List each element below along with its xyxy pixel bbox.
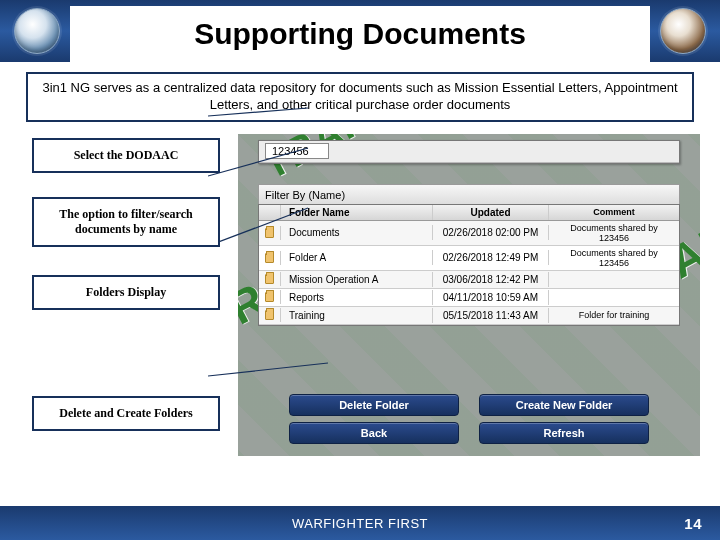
table-row[interactable]: Reports04/11/2018 10:59 AM: [259, 289, 679, 307]
callout-folders-display: Folders Display: [32, 275, 220, 310]
title-wrap: Supporting Documents: [70, 6, 650, 62]
folder-icon: [259, 290, 281, 304]
folders-table: Folder Name Updated Comment Documents02/…: [258, 204, 680, 326]
cell-updated: 03/06/2018 12:42 PM: [433, 272, 549, 287]
table-row[interactable]: Training05/15/2018 11:43 AMFolder for tr…: [259, 307, 679, 325]
page-number: 14: [684, 515, 702, 532]
filter-bar[interactable]: Filter By (Name): [258, 184, 680, 206]
col-folder-name: Folder Name: [281, 205, 433, 220]
table-row[interactable]: Documents02/26/2018 02:00 PMDocuments sh…: [259, 221, 679, 246]
folder-icon: [259, 251, 281, 265]
cell-comment: Folder for training: [549, 308, 679, 322]
cell-updated: 04/11/2018 10:59 AM: [433, 290, 549, 305]
cell-updated: 02/26/2018 12:49 PM: [433, 250, 549, 265]
description-banner: 3in1 NG serves as a centralized data rep…: [26, 72, 694, 122]
cell-comment: [549, 295, 679, 299]
folder-icon: [259, 226, 281, 240]
cell-name: Training: [281, 308, 433, 323]
col-icon: [259, 205, 281, 220]
dodaac-value[interactable]: 123456: [265, 143, 329, 159]
callouts-column: Select the DODAAC The option to filter/s…: [32, 134, 220, 456]
filter-panel: Filter By (Name): [258, 176, 680, 206]
content-area: Select the DODAAC The option to filter/s…: [0, 130, 720, 460]
cell-comment: Documents shared by 123456: [549, 221, 679, 245]
footer-text: WARFIGHTER FIRST: [292, 516, 428, 531]
delete-folder-button[interactable]: Delete Folder: [289, 394, 459, 416]
slide-header: Supporting Documents: [0, 0, 720, 62]
create-folder-button[interactable]: Create New Folder: [479, 394, 649, 416]
folder-icon: [259, 308, 281, 322]
table-header: Folder Name Updated Comment: [259, 205, 679, 221]
dod-seal-left: [14, 8, 60, 54]
refresh-button[interactable]: Refresh: [479, 422, 649, 444]
filter-label: Filter By (Name): [265, 189, 345, 201]
callout-filter: The option to filter/search documents by…: [32, 197, 220, 247]
cell-name: Mission Operation A: [281, 272, 433, 287]
app-background: TRAIN TRAIN TRAIN 123456 Filter By (Name…: [238, 134, 700, 456]
button-row-1: Delete Folder Create New Folder: [258, 394, 680, 416]
cell-updated: 02/26/2018 02:00 PM: [433, 225, 549, 240]
cell-comment: [549, 277, 679, 281]
button-row-2: Back Refresh: [258, 422, 680, 444]
callout-delete-create: Delete and Create Folders: [32, 396, 220, 431]
table-row[interactable]: Mission Operation A03/06/2018 12:42 PM: [259, 271, 679, 289]
cell-name: Folder A: [281, 250, 433, 265]
page-title: Supporting Documents: [194, 17, 526, 51]
folder-icon: [259, 272, 281, 286]
agency-seal-right: [660, 8, 706, 54]
col-comment: Comment: [549, 205, 679, 220]
cell-name: Reports: [281, 290, 433, 305]
table-row[interactable]: Folder A02/26/2018 12:49 PMDocuments sha…: [259, 246, 679, 271]
callout-select-dodaac: Select the DODAAC: [32, 138, 220, 173]
cell-name: Documents: [281, 225, 433, 240]
dodaac-panel: 123456: [258, 140, 680, 164]
col-updated: Updated: [433, 205, 549, 220]
dodaac-row: 123456: [259, 141, 679, 163]
slide-footer: WARFIGHTER FIRST 14: [0, 506, 720, 540]
cell-comment: Documents shared by 123456: [549, 246, 679, 270]
back-button[interactable]: Back: [289, 422, 459, 444]
cell-updated: 05/15/2018 11:43 AM: [433, 308, 549, 323]
app-screenshot: TRAIN TRAIN TRAIN 123456 Filter By (Name…: [238, 134, 700, 456]
